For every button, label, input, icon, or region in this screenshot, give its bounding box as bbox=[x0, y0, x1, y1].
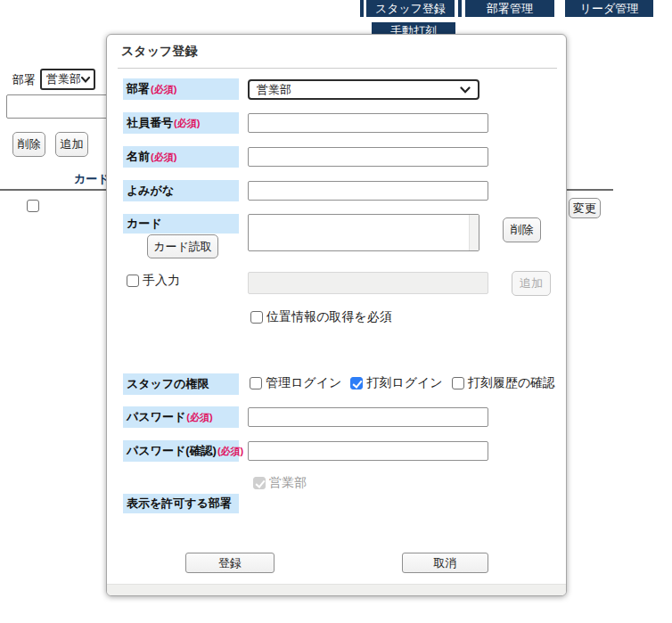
manual-input-label: 手入力 bbox=[143, 273, 180, 289]
perm-punch-login-label: 打刻ログイン bbox=[366, 375, 442, 391]
required-badge: (必須) bbox=[174, 117, 200, 130]
dept-field-label: 部署(必須) bbox=[123, 78, 239, 100]
dept-filter-select[interactable]: 営業部 bbox=[40, 69, 95, 90]
location-required-label: 位置情報の取得を必須 bbox=[266, 309, 392, 325]
manual-input-checkbox[interactable] bbox=[127, 275, 139, 287]
employee-no-field-label: 社員番号(必須) bbox=[123, 112, 239, 134]
nav-separator bbox=[360, 0, 364, 17]
bg-delete-button[interactable]: 削除 bbox=[12, 132, 45, 157]
location-required-checkbox[interactable] bbox=[250, 311, 263, 324]
bg-add-button[interactable]: 追加 bbox=[55, 132, 88, 157]
kana-field-label: よみがな bbox=[123, 180, 239, 201]
card-field-label: カード bbox=[123, 214, 239, 234]
allowed-dept-field-label: 表示を許可する部署 bbox=[123, 494, 239, 513]
staff-register-dialog: スタッフ登録 部署(必須) 営業部 社員番号(必須) 名前(必須) よみがな カ… bbox=[106, 34, 567, 596]
perm-punch-history-label: 打刻履歴の確認 bbox=[468, 375, 555, 391]
perm-admin-login-label: 管理ログイン bbox=[266, 375, 341, 391]
required-badge: (必須) bbox=[151, 151, 176, 164]
perm-admin-login-checkbox[interactable] bbox=[250, 377, 262, 389]
dept-select-value: 営業部 bbox=[257, 82, 291, 98]
name-input[interactable] bbox=[248, 147, 488, 167]
dialog-title: スタッフ登録 bbox=[121, 44, 197, 60]
required-badge: (必須) bbox=[217, 445, 243, 458]
card-read-button[interactable]: カード読取 bbox=[147, 234, 218, 258]
nav-button-leader-manage[interactable]: リーダ管理 bbox=[565, 0, 653, 17]
nav-button-staff-register[interactable]: スタッフ登録 bbox=[366, 0, 455, 17]
password-confirm-input[interactable] bbox=[248, 441, 488, 461]
nav-separator bbox=[458, 0, 462, 17]
perm-punch-login-checkbox[interactable] bbox=[350, 377, 363, 389]
chevron-down-icon bbox=[460, 86, 471, 94]
kana-input[interactable] bbox=[248, 181, 488, 201]
dept-filter-label: 部署 bbox=[12, 72, 36, 88]
dialog-resize-footer bbox=[107, 584, 566, 595]
dialog-title-divider bbox=[118, 68, 557, 69]
chevron-down-icon bbox=[81, 77, 90, 83]
cancel-button[interactable]: 取消 bbox=[402, 553, 488, 573]
location-required-row: 位置情報の取得を必須 bbox=[250, 309, 392, 325]
allowed-dept-option-row: 営業部 bbox=[253, 475, 307, 491]
submit-button[interactable]: 登録 bbox=[185, 553, 275, 573]
employee-no-input[interactable] bbox=[248, 113, 488, 133]
dept-filter-select-value: 営業部 bbox=[46, 71, 81, 87]
manual-input-row: 手入力 bbox=[127, 273, 180, 289]
password-confirm-field-label: パスワード(確認)(必須) bbox=[123, 440, 239, 462]
card-column-header: カード bbox=[74, 171, 110, 187]
manual-add-button[interactable]: 追加 bbox=[512, 271, 551, 296]
password-field-label: パスワード(必須) bbox=[123, 406, 239, 428]
name-field-label: 名前(必須) bbox=[123, 146, 239, 168]
staff-row-checkbox[interactable] bbox=[27, 200, 39, 212]
required-badge: (必須) bbox=[186, 411, 212, 424]
required-badge: (必須) bbox=[151, 83, 176, 96]
card-listbox-scrollbar[interactable] bbox=[469, 215, 479, 250]
permission-field-label: スタッフの権限 bbox=[123, 373, 239, 395]
card-listbox[interactable] bbox=[248, 214, 479, 251]
allowed-dept-option-label: 営業部 bbox=[269, 475, 307, 491]
perm-punch-history-checkbox[interactable] bbox=[452, 377, 464, 389]
manual-card-input[interactable] bbox=[248, 272, 488, 294]
card-delete-button[interactable]: 削除 bbox=[503, 217, 541, 242]
bg-change-button[interactable]: 変更 bbox=[569, 198, 601, 218]
nav-button-department-manage[interactable]: 部署管理 bbox=[465, 0, 554, 17]
permission-options-row: 管理ログイン 打刻ログイン 打刻履歴の確認 bbox=[250, 375, 555, 391]
allowed-dept-checkbox bbox=[253, 477, 266, 489]
dept-select[interactable]: 営業部 bbox=[248, 79, 479, 100]
password-input[interactable] bbox=[248, 407, 488, 427]
